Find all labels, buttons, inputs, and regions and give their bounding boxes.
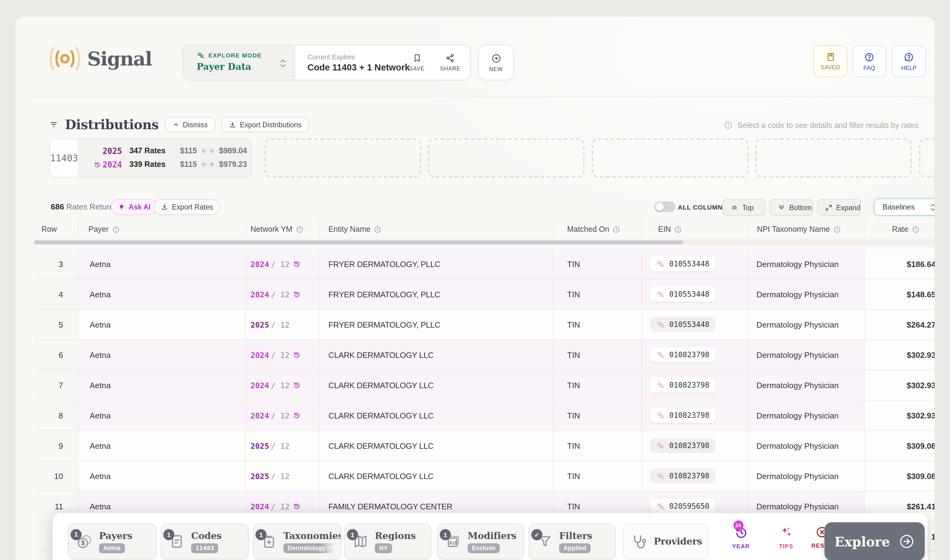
ein-chip[interactable]: 010823798 [650,408,716,423]
table-row[interactable]: 9Aetna2025/ 12CLARK DERMATOLOGY LLCTIN01… [34,431,935,461]
export-distributions-button[interactable]: Export Distributions [221,117,309,132]
taxonomy-cell: Dermatology Physician [748,279,865,310]
scroll-bottom-button[interactable]: Bottom [770,199,813,216]
table-row[interactable]: 6Aetna2024/ 12CLARK DERMATOLOGY LLCTIN01… [34,340,935,370]
column-header-npi-taxonomy[interactable]: NPI Taxonomy Name [748,220,865,238]
explore-mode-selector[interactable]: EXPLORE MODE Payer Data [183,45,295,80]
payer-cell: Aetna [79,400,245,431]
sparkles-icon [779,525,793,540]
ein-chip[interactable]: 010823798 [650,348,716,362]
expand-table-button[interactable]: Expand [817,199,861,216]
range-arrows-icon [201,162,216,168]
table-row[interactable]: 5Aetna2025/ 12FRYER DERMATOLOGY, PLLCTIN… [34,310,935,340]
tips-control[interactable]: TIPS [769,525,803,549]
code-document-icon: 1 [169,534,185,549]
app-window: Signal EXPLORE MODE Payer Data [15,17,935,560]
app-title: Signal [87,48,152,70]
table-row[interactable]: 8Aetna2024/ 12CLARK DERMATOLOGY LLCTIN01… [34,400,935,431]
info-icon [674,225,682,233]
ein-cell: 010553448 [642,279,748,310]
payer-cell: Aetna [79,249,245,279]
distributions-cards-row: 11403 2025 347 Rates $115 $989.0 [15,138,935,178]
distributions-note: Select a code to see details and filter … [724,120,918,130]
chevron-up-down-icon[interactable] [279,58,287,69]
taxonomy-cell: Dermatology Physician [748,310,865,340]
export-rates-button[interactable]: Export Rates [153,199,221,215]
explore-mode-label: EXPLORE MODE [208,52,262,59]
info-icon [911,225,919,233]
ein-cell: 010553448 [642,310,748,340]
share-button[interactable]: SHARE [435,45,465,80]
table-row[interactable]: 3Aetna2024/ 12FRYER DERMATOLOGY, PLLCTIN… [34,249,935,279]
search-list-icon [656,290,665,298]
modifiers-filter-card[interactable]: 1 Ad Modifiers Exclude [437,523,524,559]
arrow-right-circle-icon [899,534,915,549]
ein-chip[interactable]: 020595650 [650,499,716,514]
all-columns-toggle[interactable] [654,202,675,212]
entity-name-cell: CLARK DERMATOLOGY LLC [320,340,554,370]
matched-on-cell: TIN [554,310,642,340]
explore-button[interactable]: Explore [824,522,925,560]
horizontal-scrollbar-thumb[interactable] [34,240,683,244]
rate-cell: $309.08 [865,461,935,491]
distribution-card-11403[interactable]: 11403 2025 347 Rates $115 $989.0 [49,138,252,177]
rate-cell: $302.93 [865,370,935,400]
taxonomy-cell: Dermatology Physician [748,370,865,400]
ein-chip[interactable]: 010553448 [650,317,716,332]
ein-chip[interactable]: 010823798 [650,469,716,483]
table-row[interactable]: 10Aetna2025/ 12CLARK DERMATOLOGY LLCTIN0… [34,461,935,491]
entity-name-cell: CLARK DERMATOLOGY LLC [320,461,554,491]
new-explore-button[interactable]: NEW [478,45,514,80]
table-row[interactable]: 7Aetna2024/ 12CLARK DERMATOLOGY LLCTIN01… [34,370,935,400]
filters-filter-card[interactable]: ✓ Filters Applied [529,523,615,559]
network-ym-cell: 2024/ 12 [245,249,320,279]
help-button[interactable]: HELP [892,45,926,77]
dismiss-button[interactable]: Dismiss [165,117,215,132]
payer-cell: Aetna [79,340,245,370]
year-badge: 24 [733,520,743,530]
search-list-icon [656,320,665,329]
history-icon [94,161,101,168]
year-control[interactable]: 24 YEAR [723,525,758,549]
explore-mode-icon [197,51,205,59]
search-list-icon [656,442,665,450]
ein-chip[interactable]: 010553448 [650,257,716,271]
column-header-rate[interactable]: Rate [865,220,935,238]
column-header-ein[interactable]: EIN [642,220,748,238]
ein-cell: 010823798 [642,370,748,400]
network-ym-cell: 2025/ 12 [245,431,320,461]
codes-filter-card[interactable]: 1 Codes 11403 [161,523,248,559]
filter-lines-icon [49,120,59,129]
providers-filter-card[interactable]: Providers [623,523,709,559]
regions-filter-card[interactable]: 1 Regions NY [344,523,431,559]
column-header-network-ym[interactable]: Network YM [245,220,320,238]
column-header-matched-on[interactable]: Matched On [554,220,642,238]
column-header-entity-name[interactable]: Entity Name [320,220,554,238]
baselines-select[interactable]: Baselines [874,198,935,216]
ein-chip[interactable]: 010823798 [650,438,716,453]
payer-cell: Aetna [79,461,245,491]
distribution-placeholder [919,138,935,177]
table-row[interactable]: 4Aetna2024/ 12FRYER DERMATOLOGY, PLLCTIN… [34,279,935,310]
saved-bookmark-icon [825,52,835,62]
scroll-top-button[interactable]: Top [722,199,766,216]
filter-chip: Applied [559,543,590,553]
save-button[interactable]: SAVE [402,45,432,80]
app-root: Signal EXPLORE MODE Payer Data [0,0,950,560]
column-header-payer[interactable]: Payer [79,220,245,238]
faq-button[interactable]: FAQ [852,45,886,77]
taxonomy-cell: Dermatology Physician [748,249,865,279]
entity-name-cell: FRYER DERMATOLOGY, PLLC [320,279,554,310]
taxonomies-filter-card[interactable]: 1 Taxonomies Dermatology Physic [253,523,341,559]
year-history-icon: 24 [734,525,748,540]
rates-control-bar: 686 Rates Returned Ask AI Export Rates [15,198,935,216]
row-number-cell: 3 [34,249,79,279]
payers-filter-card[interactable]: 1 Payers Aetna [68,523,156,559]
count-badge: 1 [440,529,451,540]
column-header-row[interactable]: Row [34,220,79,238]
ein-chip[interactable]: 010823798 [650,378,716,392]
ein-chip[interactable]: 010553448 [650,287,716,302]
search-list-icon [656,260,665,268]
ask-ai-button[interactable]: Ask AI [111,199,158,215]
saved-button[interactable]: SAVED [813,45,847,77]
